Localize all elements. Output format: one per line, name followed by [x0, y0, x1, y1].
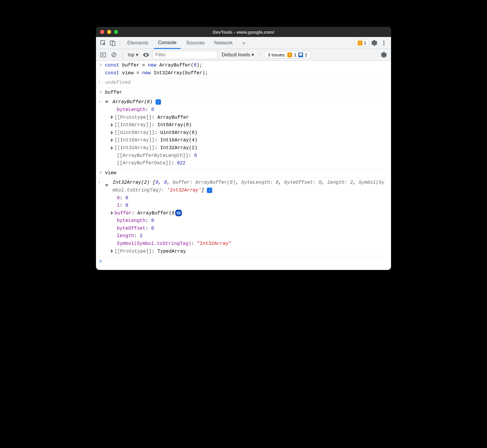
devtools-window: DevTools - www.google.com/ Elements Cons…	[96, 27, 391, 270]
issues-warn-count: 1	[294, 52, 296, 57]
memory-inspector-icon[interactable]	[175, 210, 182, 216]
levels-select[interactable]: Default levels ▾	[220, 52, 256, 58]
expanded-object: Int32Array(2) [0, 0, buffer: ArrayBuffer…	[105, 179, 391, 255]
property-row[interactable]: 0: 0	[105, 194, 388, 202]
property-row[interactable]: [[Int16Array]]: Int16Array(4)	[105, 137, 388, 144]
divider	[120, 40, 120, 46]
collapse-triangle-icon[interactable]	[105, 184, 108, 187]
property-row[interactable]: [[Prototype]]: TypedArray	[105, 248, 388, 256]
more-icon[interactable]	[380, 39, 388, 47]
prompt-chevron-icon: >	[96, 258, 105, 266]
property-row[interactable]: [[Int32Array]]: Int32Array(2)	[105, 144, 388, 152]
undefined-value: undefined	[105, 79, 391, 87]
tab-more[interactable]: »	[238, 37, 249, 49]
input-chevron-icon: >	[96, 89, 105, 97]
code-line: view	[105, 169, 391, 177]
console-output: > const buffer = new ArrayBuffer(8); con…	[96, 61, 391, 270]
console-toolbar: top ▾ Default levels ▾ 3 Issues: ! 1 💬 2	[96, 49, 391, 61]
code-line: const buffer = new ArrayBuffer(8); const…	[105, 62, 391, 77]
property-row[interactable]: 1: 0	[105, 202, 388, 210]
issues-label: 3 Issues:	[268, 52, 286, 57]
info-icon: 💬	[298, 52, 303, 57]
clear-console-icon[interactable]	[110, 51, 118, 59]
property-row[interactable]: [[Int8Array]]: Int8Array(8)	[105, 121, 388, 129]
property-row[interactable]: length: 2	[105, 232, 388, 240]
issues-pill[interactable]: 3 Issues: ! 1 💬 2	[264, 51, 311, 58]
svg-point-4	[383, 42, 384, 44]
divider	[260, 52, 260, 58]
property-row[interactable]: [[Prototype]]: ArrayBuffer	[105, 114, 388, 122]
property-row[interactable]: byteLength: 8	[105, 106, 388, 114]
tab-console[interactable]: Console	[154, 37, 181, 49]
input-chevron-icon: >	[96, 169, 105, 177]
eye-icon[interactable]	[142, 51, 150, 59]
warning-icon: !	[287, 52, 292, 57]
warning-icon: !	[358, 41, 362, 45]
input-chevron-icon: >	[96, 62, 105, 77]
inspect-icon[interactable]	[99, 39, 107, 47]
object-header[interactable]: Int32Array(2) [0, 0, buffer: ArrayBuffer…	[113, 179, 387, 194]
code-line: buffer	[105, 89, 391, 97]
output-chevron-icon: <·	[96, 179, 105, 255]
console-input-row: > view	[96, 169, 391, 178]
issues-info-count: 2	[305, 52, 307, 57]
tab-sources[interactable]: Sources	[182, 37, 209, 49]
device-toggle-icon[interactable]	[108, 39, 117, 47]
settings-icon[interactable]	[370, 39, 379, 47]
divider	[122, 52, 122, 58]
svg-point-3	[383, 41, 384, 42]
warnings-badge[interactable]: ! 1	[355, 39, 369, 46]
console-output-row: <· Int32Array(2) [0, 0, buffer: ArrayBuf…	[96, 178, 391, 257]
svg-line-8	[112, 53, 115, 56]
expand-triangle-icon[interactable]	[111, 123, 113, 127]
property-row[interactable]: Symbol(Symbol.toStringTag): "Int32Array"	[105, 240, 388, 248]
property-row[interactable]: byteOffset: 0	[105, 225, 388, 233]
tab-network[interactable]: Network	[210, 37, 237, 49]
expand-triangle-icon[interactable]	[111, 138, 113, 142]
expand-triangle-icon[interactable]	[111, 249, 113, 253]
expand-triangle-icon[interactable]	[111, 146, 113, 150]
titlebar: DevTools - www.google.com/	[96, 27, 391, 37]
property-row[interactable]: [[ArrayBufferData]]: 922	[105, 160, 388, 167]
collapse-triangle-icon[interactable]	[105, 101, 108, 103]
expand-triangle-icon[interactable]	[111, 115, 113, 119]
property-row[interactable]: [[Uint8Array]]: Uint8Array(8)	[105, 129, 388, 137]
console-settings-icon[interactable]	[380, 51, 388, 59]
output-chevron-icon: <·	[96, 79, 105, 87]
console-output-row: <· undefined	[96, 78, 391, 88]
expanded-object: ArrayBuffer(8) i byteLength: 8 [[Prototy…	[105, 98, 391, 167]
object-header[interactable]: ArrayBuffer(8)	[113, 99, 153, 105]
context-select[interactable]: top ▾	[127, 51, 139, 58]
console-input-row: > buffer	[96, 88, 391, 98]
console-output-row: <· ArrayBuffer(8) i byteLength: 8 [[Prot…	[96, 98, 391, 168]
info-badge-icon[interactable]: i	[156, 99, 161, 105]
expand-triangle-icon[interactable]	[111, 131, 113, 135]
sidebar-toggle-icon[interactable]	[99, 51, 107, 59]
console-input-row: > const buffer = new ArrayBuffer(8); con…	[96, 61, 391, 78]
window-title: DevTools - www.google.com/	[96, 30, 391, 35]
warning-count: 1	[364, 40, 366, 45]
output-chevron-icon: <·	[96, 98, 105, 167]
info-badge-icon[interactable]: i	[207, 188, 212, 193]
expand-triangle-icon[interactable]	[111, 211, 113, 215]
filter-input[interactable]	[153, 51, 218, 59]
property-row[interactable]: byteLength: 8	[105, 217, 388, 225]
property-row[interactable]: [[ArrayBufferByteLength]]: 8	[105, 152, 388, 160]
main-toolbar: Elements Console Sources Network » ! 1	[96, 37, 391, 49]
property-row[interactable]: buffer: ArrayBuffer(8	[105, 210, 388, 217]
console-prompt[interactable]: >	[96, 257, 391, 270]
svg-rect-2	[112, 42, 115, 46]
svg-point-5	[383, 44, 384, 45]
tab-elements[interactable]: Elements	[123, 37, 153, 49]
